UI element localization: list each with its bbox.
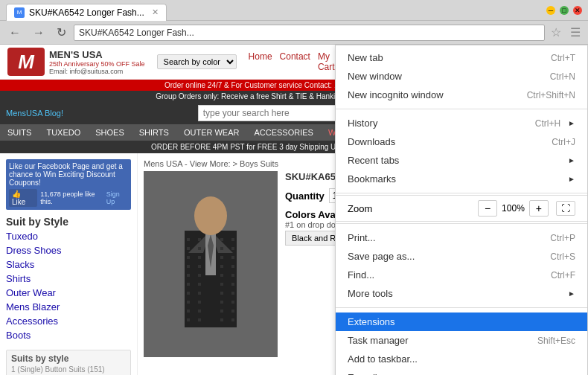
menu-encoding[interactable]: Encoding ►: [336, 368, 587, 375]
sidebar-item-shirts[interactable]: Shirts: [6, 272, 131, 286]
zoom-label: Zoom: [348, 203, 470, 214]
fb-like-button[interactable]: 👍 Like: [9, 189, 37, 207]
menu-section-2: History Ctrl+H ► Downloads Ctrl+J Recent…: [336, 111, 587, 191]
menu-print-label: Print...: [348, 232, 535, 243]
menu-new-window-shortcut: Ctrl+N: [550, 71, 575, 82]
fb-signup-link[interactable]: Sign Up: [106, 190, 128, 205]
mensusa-blog-link[interactable]: MensUSA Blog!: [6, 109, 63, 118]
sidebar-item-tuxedo[interactable]: Tuxedo: [6, 229, 131, 243]
zoom-in-button[interactable]: +: [529, 200, 549, 217]
browser-toolbar: ← → ↻ SKU#KA6542 Longer Fash... ☆ ☰: [0, 21, 588, 45]
menu-new-window[interactable]: New window Ctrl+N: [336, 67, 587, 86]
menu-print-shortcut: Ctrl+P: [550, 233, 575, 243]
menu-recent-tabs[interactable]: Recent tabs ►: [336, 151, 587, 170]
context-menu: New tab Ctrl+T New window Ctrl+N New inc…: [335, 45, 588, 375]
menu-add-taskbar-label: Add to taskbar...: [348, 353, 575, 365]
divider-1: [336, 109, 587, 109]
menu-task-manager-label: Task manager: [348, 335, 523, 346]
sidebar-list: Tuxedo Dress Shoes Slacks Shirts Outer W…: [6, 229, 131, 342]
cat-outerwear[interactable]: OUTER WEAR: [176, 124, 247, 141]
forward-button[interactable]: →: [28, 25, 49, 41]
menu-save-page-shortcut: Ctrl+S: [550, 251, 575, 262]
menu-save-page-label: Save page as...: [348, 251, 535, 262]
product-image: [144, 171, 278, 357]
menu-new-tab-shortcut: Ctrl+T: [551, 53, 575, 63]
menu-find-shortcut: Ctrl+F: [551, 270, 575, 281]
svg-point-6: [194, 196, 227, 235]
menu-incognito-shortcut: Ctrl+Shift+N: [527, 90, 575, 100]
facebook-text: Like our Facebook Page and get a chance …: [9, 162, 128, 187]
menu-new-tab[interactable]: New tab Ctrl+T: [336, 48, 587, 67]
sidebar-item-boots[interactable]: Boots: [6, 328, 131, 342]
sidebar-section: Suits by style 1 (Single) Button Suits (…: [6, 350, 131, 375]
menu-incognito[interactable]: New incognito window Ctrl+Shift+N: [336, 86, 587, 104]
menu-section-5: Extensions Task manager Shift+Esc Add to…: [336, 310, 587, 375]
address-bar[interactable]: SKU#KA6542 Longer Fash...: [74, 25, 545, 41]
sidebar: Like our Facebook Page and get a chance …: [0, 153, 138, 375]
zoom-value: 100%: [502, 203, 525, 214]
back-button[interactable]: ←: [4, 25, 25, 41]
tab-title: SKU#KA6542 Longer Fash...: [29, 7, 144, 18]
nav-home[interactable]: Home: [249, 51, 272, 72]
logo-name: MEN'S USA: [49, 49, 145, 60]
menu-downloads[interactable]: Downloads Ctrl+J: [336, 132, 587, 151]
menu-print[interactable]: Print... Ctrl+P: [336, 228, 587, 247]
zoom-row: Zoom − 100% + ⛶: [336, 195, 587, 222]
menu-more-tools-label: More tools: [348, 288, 568, 299]
menu-icon[interactable]: ☰: [567, 24, 584, 41]
logo-email: Email: info@suitusa.com: [49, 68, 145, 75]
menu-new-tab-label: New tab: [348, 52, 536, 63]
color-search-select[interactable]: Search by color: [157, 54, 237, 69]
menu-downloads-label: Downloads: [348, 136, 537, 147]
site-logo: M MEN'S USA 25th Anniversary 50% OFF Sal…: [7, 48, 145, 76]
address-text: SKU#KA6542 Longer Fash...: [79, 28, 194, 38]
menu-task-manager[interactable]: Task manager Shift+Esc: [336, 331, 587, 350]
menu-find[interactable]: Find... Ctrl+F: [336, 266, 587, 284]
active-tab[interactable]: M SKU#KA6542 Longer Fash... ✕: [6, 4, 167, 21]
menu-history[interactable]: History Ctrl+H ►: [336, 114, 587, 132]
menu-bookmarks[interactable]: Bookmarks ►: [336, 170, 587, 188]
menu-more-tools[interactable]: More tools ►: [336, 284, 587, 303]
reload-button[interactable]: ↻: [52, 24, 71, 41]
menu-add-taskbar[interactable]: Add to taskbar...: [336, 350, 587, 368]
menu-incognito-label: New incognito window: [348, 89, 512, 100]
sidebar-item-dress-shoes[interactable]: Dress Shoes: [6, 243, 131, 257]
tab-favicon: M: [14, 7, 25, 18]
sidebar-section-sub: 1 (Single) Button Suits (151): [11, 365, 126, 374]
menu-bookmarks-label: Bookmarks: [348, 173, 568, 185]
cat-tuxedo[interactable]: TUXEDO: [39, 124, 88, 141]
zoom-controls: − 100% +: [478, 200, 549, 217]
menu-section-4: Print... Ctrl+P Save page as... Ctrl+S F…: [336, 225, 587, 306]
cat-shirts[interactable]: SHIRTS: [132, 124, 176, 141]
browser-frame: M SKU#KA6542 Longer Fash... ✕ ─ □ ✕ ← → …: [0, 0, 588, 375]
page-content: M MEN'S USA 25th Anniversary 50% OFF Sal…: [0, 45, 588, 375]
sidebar-item-accessories[interactable]: Accessories: [6, 314, 131, 328]
menu-bookmarks-arrow: ►: [568, 175, 575, 183]
divider-4: [336, 307, 587, 308]
close-button[interactable]: ✕: [573, 6, 582, 15]
sidebar-item-mens-blazer[interactable]: Mens Blazer: [6, 300, 131, 314]
sidebar-section-title: Suits by style: [11, 353, 126, 364]
menu-task-manager-shortcut: Shift+Esc: [537, 336, 575, 346]
sidebar-category-title: Suit by Style: [6, 216, 131, 228]
fullscreen-button[interactable]: ⛶: [556, 201, 575, 216]
sidebar-item-outerwear[interactable]: Outer Wear: [6, 286, 131, 300]
maximize-button[interactable]: □: [560, 6, 569, 15]
title-bar: M SKU#KA6542 Longer Fash... ✕ ─ □ ✕: [0, 0, 588, 21]
tab-close-button[interactable]: ✕: [152, 7, 159, 17]
logo-sub: 25th Anniversary 50% OFF Sale: [49, 60, 145, 68]
minimize-button[interactable]: ─: [546, 6, 555, 15]
cat-shoes[interactable]: SHOES: [88, 124, 132, 141]
cat-suits[interactable]: SUITS: [0, 124, 39, 141]
product-image-placeholder: [144, 171, 278, 357]
menu-extensions[interactable]: Extensions: [336, 312, 587, 331]
bookmark-icon[interactable]: ☆: [548, 24, 564, 41]
nav-contact[interactable]: Contact: [280, 51, 310, 72]
zoom-out-button[interactable]: −: [478, 200, 497, 217]
cat-accessories[interactable]: ACCESSORIES: [246, 124, 320, 141]
sidebar-item-slacks[interactable]: Slacks: [6, 257, 131, 272]
menu-section-1: New tab Ctrl+T New window Ctrl+N New inc…: [336, 45, 587, 107]
menu-recent-tabs-label: Recent tabs: [348, 155, 568, 166]
menu-save-page[interactable]: Save page as... Ctrl+S: [336, 247, 587, 266]
menu-extensions-label: Extensions: [348, 316, 575, 327]
